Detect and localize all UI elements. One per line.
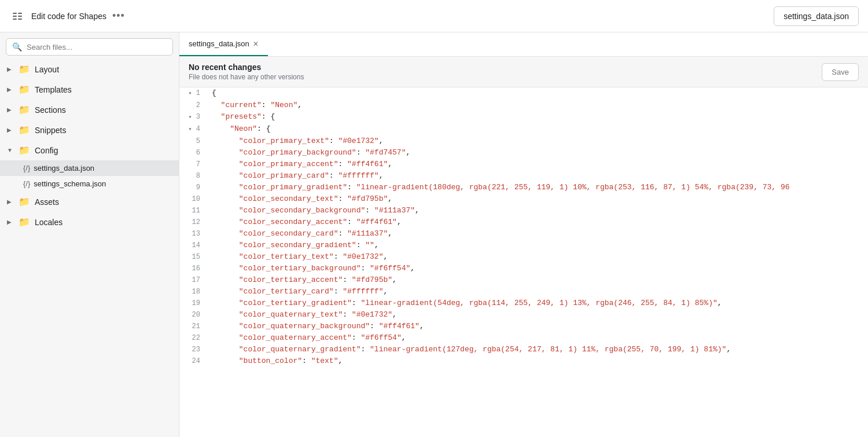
chevron-right-icon: ▶ <box>7 107 14 113</box>
fold-indicator[interactable]: ▾ <box>189 90 192 97</box>
sidebar-item-sections[interactable]: ▶ 📁 Sections <box>0 100 179 120</box>
more-options-icon[interactable]: ••• <box>112 10 125 22</box>
line-number: 21 <box>179 321 207 332</box>
chevron-right-icon: ▶ <box>7 86 14 93</box>
table-row: 19 "color_tertiary_gradient": "linear-gr… <box>179 298 868 309</box>
table-row: 20 "color_quaternary_text": "#0e1732", <box>179 309 868 321</box>
line-number: 18 <box>179 286 207 298</box>
sidebar-item-label: Snippets <box>35 126 172 135</box>
table-row: 13 "color_secondary_card": "#111a37", <box>179 228 868 240</box>
line-code[interactable]: "color_secondary_gradient": "", <box>207 240 868 251</box>
line-number: 23 <box>179 344 207 355</box>
line-code[interactable]: "color_tertiary_text": "#0e1732", <box>207 251 868 263</box>
sidebar-file-label: settings_schema.json <box>34 179 106 188</box>
table-row: 2 "current": "Neon", <box>179 100 868 111</box>
svg-rect-1 <box>13 16 17 17</box>
line-code[interactable]: "color_primary_card": "#ffffff", <box>207 170 868 182</box>
svg-rect-4 <box>18 16 22 17</box>
header-left: Edit code for Shapes ••• <box>9 8 125 24</box>
table-row: 23 "color_quaternary_gradient": "linear-… <box>179 344 868 355</box>
table-row: 15 "color_tertiary_text": "#0e1732", <box>179 251 868 263</box>
search-input[interactable] <box>27 43 167 52</box>
line-code[interactable]: "color_primary_accent": "#ff4f61", <box>207 159 868 170</box>
line-number: 12 <box>179 216 207 228</box>
table-row: 6 "color_primary_background": "#fd7457", <box>179 147 868 159</box>
page-title: Edit code for Shapes <box>31 12 106 21</box>
close-icon[interactable]: ✕ <box>253 40 259 48</box>
line-number: 20 <box>179 309 207 321</box>
line-number: 22 <box>179 332 207 344</box>
line-code[interactable]: "color_tertiary_card": "#ffffff", <box>207 286 868 298</box>
code-table: ▾ 1{2 "current": "Neon",▾ 3 "presets": {… <box>179 87 868 367</box>
line-code[interactable]: "color_tertiary_gradient": "linear-gradi… <box>207 298 868 309</box>
search-icon: 🔍 <box>12 42 22 52</box>
line-code[interactable]: "color_primary_text": "#0e1732", <box>207 135 868 147</box>
sidebar-item-label: Templates <box>35 85 172 94</box>
chevron-right-icon: ▶ <box>7 127 14 133</box>
status-bar: No recent changes File does not have any… <box>179 57 868 87</box>
code-editor[interactable]: ▾ 1{2 "current": "Neon",▾ 3 "presets": {… <box>179 87 868 437</box>
line-code[interactable]: "color_secondary_accent": "#ff4f61", <box>207 216 868 228</box>
line-code[interactable]: "color_quaternary_accent": "#f6ff54", <box>207 332 868 344</box>
line-number: 7 <box>179 159 207 170</box>
sidebar-item-settings-data[interactable]: {/} settings_data.json <box>0 160 179 176</box>
line-code[interactable]: "color_secondary_text": "#fd795b", <box>207 193 868 205</box>
line-code[interactable]: "presets": { <box>207 111 868 123</box>
tab-settings-data[interactable]: settings_data.json ✕ <box>179 32 268 56</box>
sidebar-item-assets[interactable]: ▶ 📁 Assets <box>0 192 179 212</box>
line-code[interactable]: "color_tertiary_background": "#f6ff54", <box>207 263 868 274</box>
sidebar-item-locales[interactable]: ▶ 📁 Locales <box>0 212 179 232</box>
editor-area: settings_data.json ✕ No recent changes F… <box>179 32 868 437</box>
line-code[interactable]: "color_tertiary_accent": "#fd795b", <box>207 274 868 286</box>
line-code[interactable]: "color_primary_background": "#fd7457", <box>207 147 868 159</box>
line-code[interactable]: "color_quaternary_text": "#0e1732", <box>207 309 868 321</box>
table-row: 7 "color_primary_accent": "#ff4f61", <box>179 159 868 170</box>
fold-indicator[interactable]: ▾ <box>189 126 192 133</box>
line-code[interactable]: "color_quaternary_gradient": "linear-gra… <box>207 344 868 355</box>
folder-icon: 📁 <box>19 196 30 207</box>
header: Edit code for Shapes ••• settings_data.j… <box>0 0 868 32</box>
sidebar-item-snippets[interactable]: ▶ 📁 Snippets <box>0 120 179 140</box>
tab-label: settings_data.json <box>189 39 249 48</box>
svg-rect-3 <box>18 13 22 14</box>
folder-icon: 📁 <box>19 84 30 95</box>
table-row: 8 "color_primary_card": "#ffffff", <box>179 170 868 182</box>
line-number: 9 <box>179 182 207 193</box>
table-row: 16 "color_tertiary_background": "#f6ff54… <box>179 263 868 274</box>
sidebar-item-label: Sections <box>35 105 172 115</box>
sidebar: 🔍 ▶ 📁 Layout ▶ 📁 Templates ▶ 📁 Sections … <box>0 32 179 437</box>
table-row: 18 "color_tertiary_card": "#ffffff", <box>179 286 868 298</box>
table-row: ▾ 3 "presets": { <box>179 111 868 123</box>
line-code[interactable]: "color_secondary_background": "#111a37", <box>207 205 868 216</box>
table-row: 24 "button_color": "text", <box>179 355 868 367</box>
sidebar-item-templates[interactable]: ▶ 📁 Templates <box>0 79 179 100</box>
table-row: 9 "color_primary_gradient": "linear-grad… <box>179 182 868 193</box>
line-code[interactable]: "current": "Neon", <box>207 100 868 111</box>
search-box[interactable]: 🔍 <box>6 38 173 56</box>
sidebar-item-label: Assets <box>35 197 172 207</box>
line-code[interactable]: "Neon": { <box>207 123 868 135</box>
chevron-down-icon: ▼ <box>7 147 14 153</box>
back-icon[interactable] <box>9 8 25 24</box>
sidebar-item-settings-schema[interactable]: {/} settings_schema.json <box>0 176 179 192</box>
table-row: 12 "color_secondary_accent": "#ff4f61", <box>179 216 868 228</box>
line-code[interactable]: "color_quaternary_background": "#ff4f61"… <box>207 321 868 332</box>
line-number: 2 <box>179 100 207 111</box>
fold-indicator[interactable]: ▾ <box>189 114 192 120</box>
line-code[interactable]: "button_color": "text", <box>207 355 868 367</box>
folder-icon: 📁 <box>19 124 30 135</box>
table-row: ▾ 1{ <box>179 87 868 100</box>
line-number: 11 <box>179 205 207 216</box>
sidebar-item-config[interactable]: ▼ 📁 Config <box>0 140 179 160</box>
svg-rect-0 <box>13 13 17 14</box>
sidebar-item-layout[interactable]: ▶ 📁 Layout <box>0 59 179 79</box>
line-number: 17 <box>179 274 207 286</box>
line-code[interactable]: "color_secondary_card": "#111a37", <box>207 228 868 240</box>
sidebar-item-label: Config <box>35 146 172 155</box>
table-row: ▾ 4 "Neon": { <box>179 123 868 135</box>
save-button[interactable]: Save <box>822 63 859 81</box>
line-number: 15 <box>179 251 207 263</box>
line-code[interactable]: { <box>207 87 868 100</box>
preview-store-button[interactable]: settings_data.json <box>774 6 859 26</box>
line-code[interactable]: "color_primary_gradient": "linear-gradie… <box>207 182 868 193</box>
